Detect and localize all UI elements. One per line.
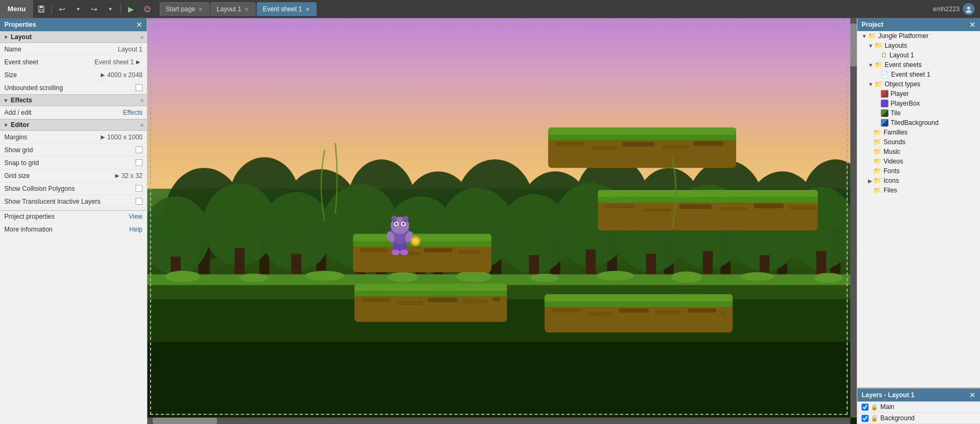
layers-panel: Layers - Layout 1 ✕ 🔒 Main 🔒 Background xyxy=(857,388,980,424)
layout-section-header[interactable]: ▼ Layout ≡ xyxy=(0,31,147,43)
tree-eventsheet1[interactable]: ▶ 📄 Event sheet 1 xyxy=(857,70,980,79)
layers-title: Layers - Layout 1 xyxy=(862,391,915,399)
prop-grid-size-label: Grid size xyxy=(4,172,113,180)
prop-grid-size-value: 32 x 32 xyxy=(122,172,143,180)
prop-margins-row: Margins ▶ 1000 x 1000 xyxy=(0,131,147,144)
project-title: Project xyxy=(862,21,884,28)
tree-families[interactable]: ▶ 📁 Families xyxy=(857,128,980,137)
tree-arrow-layouts: ▼ xyxy=(868,43,873,49)
layer-background-visibility-checkbox[interactable] xyxy=(862,415,869,422)
effects-section-label: Effects xyxy=(11,96,32,104)
tree-icons[interactable]: ▶ 📁 Icons xyxy=(857,176,980,185)
undo-down-button[interactable]: ▼ xyxy=(71,2,86,17)
tree-layouts-folder[interactable]: ▼ 📁 Layouts xyxy=(857,41,980,50)
user-avatar[interactable] xyxy=(963,3,975,15)
effects-section-header[interactable]: ▼ Effects ≡ xyxy=(0,94,147,106)
tree-fonts[interactable]: ▶ 📁 Fonts xyxy=(857,166,980,176)
tree-playerbox[interactable]: ▶ PlayerBox xyxy=(857,99,980,108)
toolbar-sep-2 xyxy=(121,4,121,14)
prop-collision-checkbox[interactable] xyxy=(136,185,143,192)
prop-size-value: 4000 x 2048 xyxy=(107,71,143,79)
layout-section-arrow: ▼ xyxy=(3,34,9,40)
main-area: Properties ✕ ▼ Layout ≡ Name Layout 1 Ev… xyxy=(0,18,980,424)
editor-section-menu[interactable]: ≡ xyxy=(140,122,144,128)
prop-show-grid-label: Show grid xyxy=(4,146,136,154)
redo-down-button[interactable]: ▼ xyxy=(103,2,118,17)
tab-event-label: Event sheet 1 xyxy=(263,5,302,13)
prop-snap-grid-label: Snap to grid xyxy=(4,159,136,167)
prop-snap-grid-checkbox[interactable] xyxy=(136,159,143,166)
play-button[interactable]: ▶ xyxy=(124,2,139,17)
tree-videos[interactable]: ▶ 📁 Videos xyxy=(857,157,980,166)
tree-label-files: Files xyxy=(884,187,897,194)
folder-icon-layouts: 📁 xyxy=(874,42,882,49)
prop-help-link[interactable]: Help xyxy=(129,226,143,233)
layer-main-row[interactable]: 🔒 Main xyxy=(857,401,980,413)
project-close-button[interactable]: ✕ xyxy=(969,20,976,29)
tree-layout1[interactable]: ▶ 🗋 Layout 1 xyxy=(857,50,980,60)
tree-label-layout1: Layout 1 xyxy=(889,51,914,59)
tree-label-objecttypes: Object types xyxy=(885,80,921,88)
redo-button[interactable]: ↪ xyxy=(87,2,102,17)
layer-background-row[interactable]: 🔒 Background xyxy=(857,413,980,424)
tab-start-close[interactable]: ✕ xyxy=(197,6,204,12)
folder-icon-jungle: 📁 xyxy=(868,32,876,40)
folder-icon-eventsheets: 📁 xyxy=(874,61,882,69)
layout-section-label: Layout xyxy=(11,33,32,41)
tab-event-sheet-1[interactable]: Event sheet 1 ✕ xyxy=(257,2,316,16)
tree-player[interactable]: ▶ Player xyxy=(857,89,980,99)
tree-arrow-icons: ▶ xyxy=(868,178,872,184)
prop-translucent-checkbox[interactable] xyxy=(136,198,143,205)
tree-tile[interactable]: ▶ Tile xyxy=(857,108,980,118)
prop-translucent-label: Show Translucent Inactive Layers xyxy=(4,198,136,205)
menu-button[interactable]: Menu xyxy=(0,0,33,18)
prop-effects-add-row: Add / edit Effects xyxy=(0,106,147,119)
layers-close-button[interactable]: ✕ xyxy=(969,391,976,399)
tree-eventsheets-folder[interactable]: ▼ 📁 Event sheets xyxy=(857,60,980,70)
properties-close-button[interactable]: ✕ xyxy=(136,20,143,29)
scroll-thumb-vertical[interactable] xyxy=(850,24,857,66)
undo-button[interactable]: ↩ xyxy=(55,2,70,17)
tree-jungle-platformer[interactable]: ▼ 📁 Jungle Platformer xyxy=(857,31,980,41)
debug-button[interactable] xyxy=(140,2,155,17)
save-button[interactable] xyxy=(34,2,49,17)
tab-layout-1[interactable]: Layout 1 ✕ xyxy=(211,2,256,16)
tree-label-icons: Icons xyxy=(884,177,899,184)
toolbar-sep-1 xyxy=(51,4,52,14)
tab-event-close[interactable]: ✕ xyxy=(304,6,311,12)
tree-tiledbg[interactable]: ▶ TiledBackground xyxy=(857,118,980,128)
prop-show-grid-checkbox[interactable] xyxy=(136,146,143,153)
prop-unbounded-checkbox[interactable] xyxy=(136,84,143,91)
tree-label-sounds: Sounds xyxy=(884,138,906,146)
folder-icon-fonts: 📁 xyxy=(873,167,881,175)
tab-layout-close[interactable]: ✕ xyxy=(243,6,250,12)
tree-label-playerbox: PlayerBox xyxy=(891,100,920,107)
prop-margins-value: 1000 x 1000 xyxy=(107,133,143,141)
layer-main-visibility-checkbox[interactable] xyxy=(862,404,869,411)
tree-label-fonts: Fonts xyxy=(884,167,900,175)
tab-start-label: Start page xyxy=(166,5,195,13)
scroll-thumb-horizontal[interactable] xyxy=(153,418,217,424)
tree-sounds[interactable]: ▶ 📁 Sounds xyxy=(857,137,980,147)
tree-label-videos: Videos xyxy=(884,158,903,165)
effects-section-menu[interactable]: ≡ xyxy=(140,98,144,103)
sky-background xyxy=(147,18,857,201)
canvas-scrollbar-vertical[interactable] xyxy=(850,18,857,418)
tree-files[interactable]: ▶ 📁 Files xyxy=(857,185,980,195)
game-canvas[interactable] xyxy=(147,18,857,424)
svg-rect-2 xyxy=(40,10,43,12)
prop-project-view-link[interactable]: View xyxy=(129,213,143,220)
layout-section-menu[interactable]: ≡ xyxy=(140,34,144,40)
canvas-scrollbar-horizontal[interactable] xyxy=(147,418,850,424)
prop-project-props-label: Project properties xyxy=(4,213,129,220)
tab-start-page[interactable]: Start page ✕ xyxy=(160,2,210,16)
tree-label-jungle: Jungle Platformer xyxy=(878,32,929,40)
tree-label-player: Player xyxy=(891,90,909,98)
editor-section-header[interactable]: ▼ Editor ≡ xyxy=(0,119,147,131)
svg-point-4 xyxy=(146,8,147,9)
prop-effects-link[interactable]: Effects xyxy=(123,109,143,116)
tree-music[interactable]: ▶ 📁 Music xyxy=(857,147,980,157)
tree-label-tiledbg: TiledBackground xyxy=(891,119,939,127)
tree-objecttypes-folder[interactable]: ▼ 📁 Object types xyxy=(857,79,980,89)
svg-rect-1 xyxy=(40,6,43,8)
